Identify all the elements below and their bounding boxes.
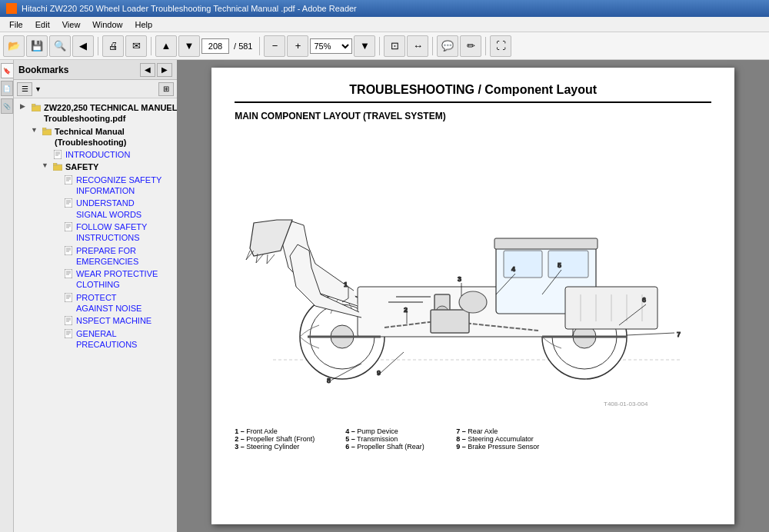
svg-rect-51 <box>504 251 542 278</box>
svg-rect-66 <box>431 310 469 333</box>
pdf-viewer[interactable]: TROUBLESHOOTING / Component Layout MAIN … <box>177 60 769 532</box>
svg-rect-26 <box>65 269 72 278</box>
zoom-down-btn[interactable]: ▼ <box>354 35 375 57</box>
fullscreen-button[interactable]: ⛶ <box>490 35 511 57</box>
save-button[interactable]: 💾 <box>26 35 48 57</box>
nav-pages-icon[interactable]: 📄 <box>1 81 13 96</box>
folder-open-icon <box>42 126 52 137</box>
bm-expand-root: ▶ <box>20 102 29 110</box>
legend-item-3: 3 – Steering Cylinder <box>235 443 342 451</box>
svg-text:8: 8 <box>327 377 331 384</box>
svg-text:6: 6 <box>642 296 646 304</box>
menu-edit[interactable]: Edit <box>29 18 56 31</box>
bm-item-understand[interactable]: UNDERSTANDSIGNAL WORDS <box>14 197 177 221</box>
bm-expand-intro <box>42 149 51 157</box>
bookmarks-panel: Bookmarks ◀ ▶ ☰ ▼ ⊞ ▶ ZW220 <box>14 60 177 532</box>
page-total: / 581 <box>231 42 255 51</box>
bm-expand-inspect <box>52 315 62 323</box>
bm-item-recognize[interactable]: RECOGNIZE SAFETYINFORMATION <box>14 174 177 198</box>
left-nav: 🔖 📄 📎 <box>0 60 14 532</box>
bm-expand-wear <box>52 268 62 276</box>
zoom-in-button[interactable]: + <box>287 35 308 57</box>
svg-text:1: 1 <box>344 281 348 288</box>
email-button[interactable]: ✉ <box>125 35 147 57</box>
bm-protect-label: PROTECTAGAINST NOISE <box>76 292 141 314</box>
bookmarks-tree: ▶ ZW220,250 TECHNICAL MANUELTroubleshoot… <box>14 98 177 532</box>
bm-item-prepare[interactable]: PREPARE FOREMERGENCIES <box>14 244 177 268</box>
bm-item-root[interactable]: ▶ ZW220,250 TECHNICAL MANUELTroubleshoot… <box>14 101 177 125</box>
bookmark-back-btn[interactable]: ◀ <box>140 63 155 77</box>
svg-line-86 <box>627 333 674 335</box>
bm-item-general[interactable]: GENERALPRECAUTIONS <box>14 328 177 351</box>
sidebar-container: 🔖 📄 📎 Bookmarks ◀ ▶ ☰ ▼ ⊞ <box>0 60 177 532</box>
toolbar: 📂 💾 🔍 ◀ 🖨 ✉ ▲ ▼ 208 / 581 − + 75% 100% 1… <box>0 32 769 60</box>
menu-view[interactable]: View <box>56 18 87 31</box>
bm-item-safety[interactable]: ▼ SAFETY <box>14 161 177 173</box>
markup-button[interactable]: ✏ <box>460 35 481 57</box>
app-icon <box>6 3 17 14</box>
open-button[interactable]: 📂 <box>3 35 25 57</box>
zoom-out-button[interactable]: − <box>264 35 285 57</box>
bm-expand-general <box>52 328 62 336</box>
bm-wear-label: WEAR PROTECTIVECLOTHING <box>76 268 158 291</box>
legend-item-8: 8 – Steering Accumulator <box>456 435 564 443</box>
fit-page-button[interactable]: ⊡ <box>384 35 405 57</box>
bm-item-tech-manual[interactable]: ▼ Technical Manual(Troubleshooting) <box>14 125 177 149</box>
prev-page-button[interactable]: ▲ <box>155 35 177 57</box>
comment-button[interactable]: 💬 <box>437 35 458 57</box>
bm-recognize-label: RECOGNIZE SAFETYINFORMATION <box>76 175 161 197</box>
bm-expand-btn[interactable]: ⊞ <box>158 82 174 96</box>
svg-rect-3 <box>42 128 46 130</box>
page-icon-protect <box>63 292 74 303</box>
folder-icon <box>31 102 42 113</box>
nav-bookmarks-icon[interactable]: 🔖 <box>1 63 13 78</box>
bm-item-wear[interactable]: WEAR PROTECTIVECLOTHING <box>14 268 177 291</box>
page-icon-intro <box>52 149 63 160</box>
sep2 <box>151 37 151 55</box>
page-icon-wear <box>63 268 74 279</box>
sep4 <box>379 37 380 55</box>
browse-button[interactable]: 🔍 <box>49 35 71 57</box>
main-area: 🔖 📄 📎 Bookmarks ◀ ▶ ☰ ▼ ⊞ <box>0 60 769 532</box>
bm-options-btn[interactable]: ☰ <box>17 82 32 96</box>
bm-root-label: ZW220,250 TECHNICAL MANUELTroubleshootin… <box>44 102 177 125</box>
menu-help[interactable]: Help <box>128 18 158 31</box>
nav-attach-icon[interactable]: 📎 <box>1 98 13 114</box>
legend-item-4: 4 – Pump Device <box>345 427 453 435</box>
sep1 <box>98 37 98 55</box>
svg-rect-9 <box>53 163 57 165</box>
back-button[interactable]: ◀ <box>72 35 94 57</box>
next-page-button[interactable]: ▼ <box>178 35 200 57</box>
bookmark-nav-arrows: ◀ ▶ <box>140 63 172 77</box>
fit-width-button[interactable]: ↔ <box>407 35 428 57</box>
print-button[interactable]: 🖨 <box>102 35 124 57</box>
bm-expand-protect <box>52 292 62 300</box>
menu-bar: File Edit View Window Help <box>0 17 769 32</box>
page-icon-prepare <box>63 245 74 256</box>
bm-safety-label: SAFETY <box>65 161 98 172</box>
bookmark-fwd-btn[interactable]: ▶ <box>157 63 172 77</box>
bm-item-follow[interactable]: FOLLOW SAFETYINSTRUCTIONS <box>14 221 177 244</box>
bm-item-protect[interactable]: PROTECTAGAINST NOISE <box>14 291 177 315</box>
bm-item-intro[interactable]: INTRODUCTION <box>14 148 177 161</box>
zoom-select[interactable]: 75% 100% 125% 50% <box>310 38 352 54</box>
menu-window[interactable]: Window <box>86 18 128 31</box>
bm-expand-follow <box>52 221 62 229</box>
svg-rect-52 <box>548 251 588 278</box>
svg-rect-53 <box>494 238 598 249</box>
bm-expand-safety: ▼ <box>42 161 51 169</box>
sep5 <box>432 37 433 55</box>
bm-item-inspect[interactable]: NSPECT MACHINE <box>14 314 177 327</box>
page-number-input[interactable]: 208 <box>201 38 229 54</box>
pdf-page-title: TROUBLESHOOTING / Component Layout <box>235 83 711 103</box>
bm-expand-tech: ▼ <box>31 126 40 134</box>
legend-item-6: 6 – Propeller Shaft (Rear) <box>345 443 453 451</box>
bookmarks-title: Bookmarks <box>18 65 68 75</box>
bm-expand-prepare <box>52 245 62 253</box>
menu-file[interactable]: File <box>3 18 29 31</box>
page-icon-general <box>63 328 74 339</box>
svg-text:9: 9 <box>377 369 381 377</box>
bm-understand-label: UNDERSTANDSIGNAL WORDS <box>76 198 141 220</box>
svg-rect-1 <box>32 104 35 106</box>
pdf-page-subtitle: MAIN COMPONENT LAYOUT (TRAVEL SYSTEM) <box>235 111 711 121</box>
